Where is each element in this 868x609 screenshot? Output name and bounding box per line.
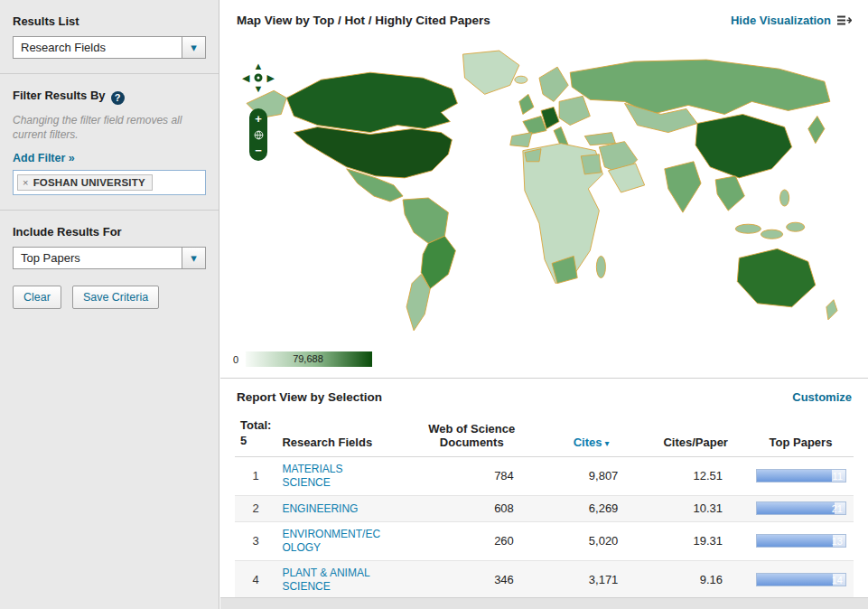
table-header-row: Total: 5 Research Fields Web of Science … — [235, 413, 854, 456]
hide-visualization-link[interactable]: Hide Visualization — [731, 14, 852, 27]
map-header: Map View by Top / Hot / Highly Cited Pap… — [220, 0, 868, 31]
column-cites-per-paper: Cites/Paper — [643, 413, 748, 456]
add-filter-link[interactable]: Add Filter » — [13, 152, 75, 164]
filter-input[interactable]: × FOSHAN UNIVERSITY — [13, 170, 206, 195]
cites-per-paper-value: 9.16 — [643, 560, 748, 600]
esi-application-window: Results List Research Fields ▾ Filter Re… — [0, 0, 868, 609]
chevron-down-icon: ▾ — [182, 248, 205, 268]
filter-note: Changing the filter field removes all cu… — [13, 113, 206, 142]
include-results-heading: Include Results For — [13, 225, 206, 239]
divider — [0, 73, 219, 74]
customize-link[interactable]: Customize — [792, 390, 852, 404]
collapse-panel-icon — [836, 14, 852, 26]
map-legend: 0 79,688 — [233, 351, 372, 367]
cites-per-paper-value: 19.31 — [643, 521, 748, 560]
pan-left-icon[interactable]: ◀ — [242, 73, 249, 83]
report-header: Report View by Selection Customize — [220, 378, 868, 413]
save-criteria-button[interactable]: Save Criteria — [72, 286, 159, 309]
total-count-value: 5 — [240, 434, 271, 449]
footer-strip — [220, 597, 868, 609]
world-map[interactable] — [231, 45, 854, 345]
cites-value: 3,171 — [539, 560, 644, 600]
cites-value: 9,807 — [539, 456, 644, 495]
hide-visualization-label: Hide Visualization — [731, 14, 831, 27]
report-table: Total: 5 Research Fields Web of Science … — [235, 413, 854, 609]
include-results-dropdown-value: Top Papers — [14, 248, 182, 268]
cites-per-paper-value: 12.51 — [643, 456, 748, 495]
remove-tag-icon[interactable]: × — [23, 177, 29, 188]
pan-right-icon[interactable]: ▶ — [267, 73, 275, 83]
sidebar: Results List Research Fields ▾ Filter Re… — [0, 0, 219, 609]
map-view-title: Map View by Top / Hot / Highly Cited Pap… — [237, 14, 490, 27]
top-papers-bar: 14 — [756, 573, 846, 586]
chevron-down-icon: ▾ — [182, 37, 205, 58]
wos-documents-value: 260 — [405, 521, 539, 560]
table-row: 2 ENGINEERING 608 6,269 10.31 21 — [235, 495, 854, 521]
filter-results-label: Filter Results By — [13, 89, 106, 102]
top-papers-count: 11 — [833, 471, 843, 482]
top-papers-bar: 11 — [756, 469, 846, 483]
zoom-in-icon[interactable]: + — [255, 113, 262, 125]
pan-up-icon[interactable]: ▲ — [254, 61, 264, 71]
results-list-dropdown[interactable]: Research Fields ▾ — [13, 36, 206, 59]
legend-max-value: 79,688 — [293, 353, 323, 364]
row-rank: 3 — [235, 521, 276, 560]
row-rank: 4 — [235, 560, 276, 600]
top-papers-bar: 21 — [756, 501, 846, 515]
cites-value: 6,269 — [539, 495, 644, 521]
top-papers-count: 14 — [832, 575, 843, 586]
results-list-heading: Results List — [13, 14, 206, 28]
map-area: ▲ ▼ ◀ ▶ + − 0 79,688 — [220, 31, 868, 378]
column-research-fields: Research Fields — [276, 413, 404, 456]
zoom-out-icon[interactable]: − — [255, 145, 262, 156]
cites-value: 5,020 — [539, 521, 644, 560]
help-icon[interactable]: ? — [111, 91, 125, 105]
wos-documents-value: 346 — [405, 560, 539, 600]
legend-min-value: 0 — [233, 354, 238, 365]
globe-icon[interactable] — [254, 130, 264, 140]
include-results-dropdown[interactable]: Top Papers ▾ — [13, 247, 206, 269]
divider — [0, 210, 219, 211]
map-pan-control[interactable]: ▲ ▼ ◀ ▶ — [242, 61, 275, 94]
table-row: 3 ENVIRONMENT/ECOLOGY 260 5,020 19.31 13 — [235, 521, 854, 560]
filter-results-heading: Filter Results By? — [13, 89, 206, 105]
research-field-link[interactable]: ENVIRONMENT/ECOLOGY — [282, 528, 383, 555]
clear-button[interactable]: Clear — [13, 286, 61, 309]
column-top-papers: Top Papers — [748, 413, 854, 456]
top-papers-count: 13 — [832, 536, 843, 547]
table-row: 4 PLANT & ANIMAL SCIENCE 346 3,171 9.16 … — [235, 560, 854, 600]
top-papers-count: 21 — [832, 503, 843, 514]
total-count-header: Total: 5 — [235, 413, 276, 456]
column-cites[interactable]: Cites▾ — [539, 413, 644, 456]
column-wos-documents: Web of Science Documents — [405, 413, 539, 456]
map-zoom-control[interactable]: + − — [249, 108, 267, 161]
report-table-container: Total: 5 Research Fields Web of Science … — [220, 413, 868, 609]
research-field-link[interactable]: PLANT & ANIMAL SCIENCE — [282, 567, 383, 594]
sort-down-icon: ▾ — [604, 438, 609, 448]
research-field-link[interactable]: ENGINEERING — [282, 502, 358, 516]
cites-per-paper-value: 10.31 — [643, 495, 748, 521]
filter-tag: × FOSHAN UNIVERSITY — [17, 174, 153, 191]
wos-documents-value: 784 — [405, 456, 539, 495]
top-papers-bar: 13 — [756, 534, 846, 548]
legend-gradient-bar: 79,688 — [246, 351, 372, 367]
row-rank: 1 — [235, 456, 276, 495]
pan-center-icon — [255, 74, 263, 82]
wos-documents-value: 608 — [405, 495, 539, 521]
row-rank: 2 — [235, 495, 276, 521]
main-content: Map View by Top / Hot / Highly Cited Pap… — [220, 0, 868, 609]
table-row: 1 MATERIALS SCIENCE 784 9,807 12.51 11 — [235, 456, 854, 495]
report-view-title: Report View by Selection — [237, 390, 382, 404]
research-field-link[interactable]: MATERIALS SCIENCE — [282, 463, 383, 490]
results-list-dropdown-value: Research Fields — [14, 37, 182, 58]
filter-tag-label: FOSHAN UNIVERSITY — [33, 177, 145, 188]
pan-down-icon[interactable]: ▼ — [254, 84, 264, 94]
